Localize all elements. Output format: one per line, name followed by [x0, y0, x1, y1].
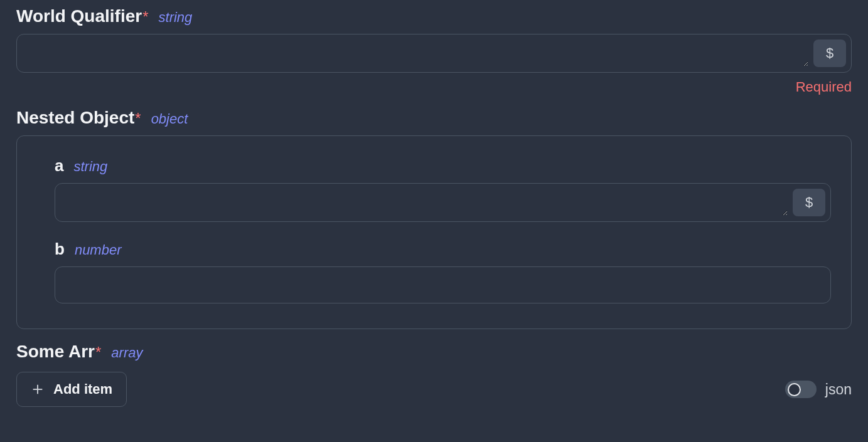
world-qualifier-input[interactable] — [22, 41, 808, 66]
type-annotation: array — [111, 345, 142, 361]
field-label-row: Nested Object* object — [16, 108, 852, 128]
plus-icon — [31, 382, 45, 396]
field-label: Some Arr* — [16, 342, 101, 362]
input-wrapper: $ — [55, 183, 831, 222]
variable-button[interactable]: $ — [793, 189, 825, 216]
add-item-label: Add item — [53, 381, 112, 397]
nested-object-container: a string $ b number — [16, 135, 852, 329]
dollar-icon: $ — [826, 45, 833, 61]
label-text: Nested Object — [16, 108, 134, 127]
variable-button[interactable]: $ — [813, 39, 846, 67]
add-item-button[interactable]: Add item — [16, 372, 127, 407]
type-annotation: string — [159, 9, 193, 26]
field-nested-object: Nested Object* object a string $ b numbe… — [16, 108, 852, 329]
field-label-row: a string — [55, 156, 831, 176]
field-label-row: World Qualifier* string — [16, 6, 852, 26]
field-label-row: b number — [55, 239, 831, 259]
required-asterisk: * — [95, 344, 101, 360]
nested-field-b: b number — [55, 239, 831, 303]
error-message: Required — [16, 79, 852, 95]
field-label: World Qualifier* — [16, 6, 149, 26]
required-asterisk: * — [135, 110, 141, 127]
nested-b-input[interactable] — [55, 266, 831, 303]
nested-a-input[interactable] — [60, 190, 788, 216]
label-text: Some Arr — [16, 342, 95, 361]
json-toggle-row: json — [785, 381, 852, 398]
type-annotation: object — [151, 111, 188, 127]
label-text: b — [55, 239, 65, 259]
field-label-row: Some Arr* array — [16, 342, 852, 362]
field-world-qualifier: World Qualifier* string $ Required — [16, 6, 852, 95]
json-toggle-label: json — [825, 381, 852, 398]
label-text: World Qualifier — [16, 6, 142, 26]
json-toggle[interactable] — [785, 381, 817, 398]
label-text: a — [55, 156, 63, 176]
toggle-knob — [788, 383, 801, 396]
array-controls: Add item json — [16, 372, 852, 407]
type-annotation: number — [75, 242, 122, 258]
input-wrapper: $ — [16, 34, 852, 73]
nested-field-a: a string $ — [55, 156, 831, 222]
type-annotation: string — [73, 159, 107, 175]
field-label: Nested Object* — [16, 108, 141, 128]
field-some-arr: Some Arr* array Add item json — [16, 342, 852, 407]
required-asterisk: * — [142, 8, 148, 25]
dollar-icon: $ — [805, 194, 813, 211]
